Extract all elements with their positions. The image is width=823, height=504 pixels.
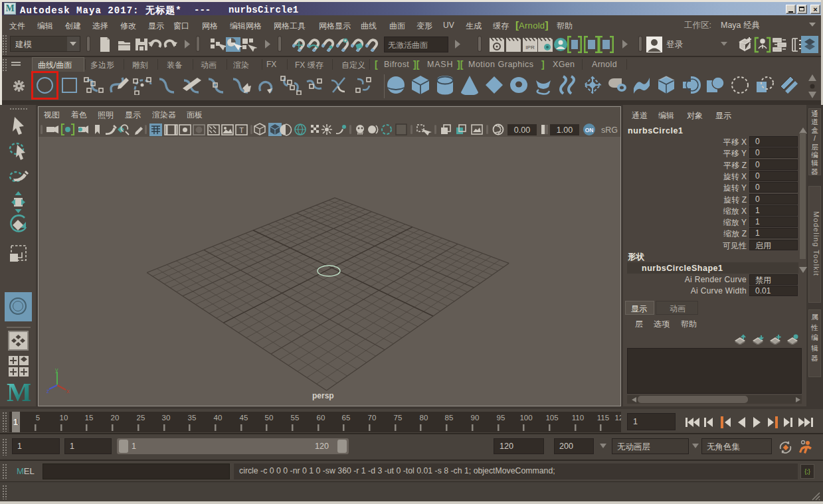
svg-text:20: 20 [111, 414, 120, 422]
svg-text:60: 60 [317, 414, 325, 422]
svg-text:sRG: sRG [601, 126, 618, 135]
svg-text:40: 40 [214, 414, 223, 422]
svg-text:T: T [239, 126, 244, 134]
svg-text:70: 70 [368, 414, 377, 422]
svg-text:5: 5 [36, 414, 40, 422]
svg-text:65: 65 [342, 414, 351, 422]
svg-text:IPR: IPR [525, 44, 535, 50]
svg-text:35: 35 [188, 414, 197, 422]
svg-text:50: 50 [265, 414, 274, 422]
svg-text:1.00: 1.00 [557, 126, 573, 135]
svg-text:25: 25 [137, 414, 145, 422]
svg-text:45: 45 [240, 414, 248, 422]
svg-text:0.00: 0.00 [514, 126, 530, 135]
svg-text:30: 30 [162, 414, 171, 422]
svg-text:12: 12 [615, 414, 621, 422]
svg-text:95: 95 [497, 414, 505, 422]
svg-text:10: 10 [60, 414, 68, 422]
svg-text:75: 75 [394, 414, 403, 422]
svg-text:115: 115 [597, 414, 609, 422]
svg-text:ON: ON [585, 127, 594, 133]
svg-text:z: z [46, 388, 50, 393]
svg-text:80: 80 [420, 414, 428, 422]
svg-text:y: y [55, 367, 58, 373]
svg-text:15: 15 [85, 414, 94, 422]
svg-text:55: 55 [291, 414, 300, 422]
svg-text:x: x [66, 388, 70, 393]
svg-text:100: 100 [519, 414, 532, 422]
svg-text:90: 90 [471, 414, 480, 422]
svg-text:85: 85 [445, 414, 454, 422]
svg-text:110: 110 [572, 414, 584, 422]
svg-text:105: 105 [545, 414, 558, 422]
